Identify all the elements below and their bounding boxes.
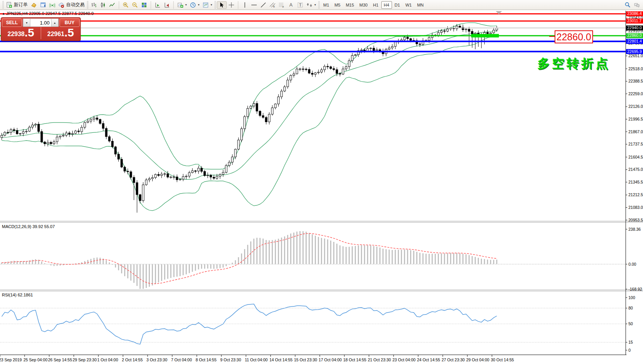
- new-order-button[interactable]: 新订单: [5, 1, 29, 9]
- price-annotation-dash: [549, 36, 555, 37]
- candle-bullish: [10, 130, 12, 132]
- price-badge-label: 22940.0: [627, 25, 642, 30]
- trading-terminal-window: { "toolbar": { "new_order_label": "新订单",…: [0, 0, 643, 364]
- candle-bullish: [216, 176, 218, 178]
- volume-increase-button[interactable]: ▲: [51, 19, 58, 26]
- buy-price[interactable]: 22961 .5: [41, 27, 81, 39]
- bar-chart-button[interactable]: [89, 1, 98, 9]
- toolbar-grip: [214, 1, 216, 9]
- price-tick-label: 22388.5: [628, 79, 643, 83]
- candle-bearish: [111, 141, 113, 147]
- equidistant-channel-icon: E: [269, 2, 276, 8]
- equidistant-channel-tool-button[interactable]: E: [268, 1, 277, 9]
- vertical-line-tool-button[interactable]: [240, 1, 249, 9]
- signal-button[interactable]: [48, 1, 57, 9]
- zoom-in-icon: [123, 2, 129, 8]
- horizontal-line-tool-button[interactable]: [249, 1, 259, 9]
- crosshair-tool-button[interactable]: [227, 1, 236, 9]
- trendline-tool-button[interactable]: [259, 1, 268, 9]
- candle-bearish: [68, 133, 70, 134]
- timeframe-button-w1[interactable]: W1: [403, 1, 415, 9]
- periods-button[interactable]: ▾: [188, 1, 201, 9]
- candle-bearish: [121, 159, 123, 167]
- candle-bearish: [78, 131, 80, 132]
- candle-bullish: [456, 26, 458, 29]
- cursor-tool-button[interactable]: [217, 1, 227, 9]
- rsi-indicator-label: RSI(14) 62.1861: [2, 293, 33, 297]
- date-label: 30 Oct 14:55: [491, 357, 514, 362]
- volume-decrease-button[interactable]: ▼: [23, 19, 30, 26]
- candle-bullish: [354, 55, 356, 55]
- auto-scroll-button[interactable]: [153, 1, 162, 9]
- sell-button[interactable]: SELL: [2, 18, 22, 27]
- trendline-icon: [260, 2, 266, 8]
- candle-bearish: [44, 142, 46, 144]
- ohlc-readout: 22905.0 22947.5 22877.5 22940.0: [29, 11, 93, 16]
- dropdown-caret-icon: ▾: [314, 3, 316, 7]
- timeframe-button-h1[interactable]: H1: [370, 1, 381, 9]
- buy-button[interactable]: BUY: [60, 18, 80, 27]
- candle-bullish: [465, 29, 467, 30]
- timeframe-button-h4[interactable]: H4: [381, 1, 392, 9]
- chat-button[interactable]: [632, 1, 641, 9]
- symbol-period: JPN225,H4: [6, 11, 28, 16]
- market-watch-button[interactable]: [29, 1, 38, 9]
- text-tool-button[interactable]: A: [286, 1, 296, 9]
- autotrading-button[interactable]: 自动交易: [57, 1, 86, 9]
- buy-price-main: 22961: [47, 31, 65, 37]
- candle-chart-button[interactable]: [98, 1, 108, 9]
- candle-bullish: [170, 177, 172, 178]
- date-label: 29 Oct 04:00: [466, 357, 489, 362]
- data-window-button[interactable]: [38, 1, 48, 9]
- candle-bearish: [176, 177, 178, 180]
- date-label: 1 Oct 04:00: [97, 357, 118, 362]
- toolbar-grip: [318, 1, 320, 9]
- dropdown-caret-icon: ▾: [211, 3, 212, 7]
- candle-bullish: [35, 124, 37, 125]
- candle-bearish: [339, 73, 341, 74]
- svg-text:T: T: [299, 3, 302, 7]
- candle-bullish: [93, 118, 95, 119]
- dropdown-caret-icon: ▾: [198, 3, 199, 7]
- search-button[interactable]: [623, 1, 632, 9]
- candle-bearish: [50, 142, 52, 144]
- candle-bullish: [314, 73, 316, 74]
- text-label-tool-button[interactable]: T: [296, 1, 305, 9]
- fibonacci-tool-button[interactable]: F: [277, 1, 286, 9]
- candle-bearish: [108, 137, 110, 141]
- zoom-in-button[interactable]: [121, 1, 130, 9]
- dropdown-caret-icon: ▾: [185, 3, 187, 7]
- date-label: 2 Oct 14:55: [122, 357, 143, 362]
- arrows-tool-button[interactable]: ▾: [305, 1, 317, 9]
- timeframe-button-m5[interactable]: M5: [332, 1, 343, 9]
- templates-button[interactable]: ▾: [201, 1, 214, 9]
- candle-bullish: [53, 142, 55, 144]
- chart-shift-icon: [164, 2, 170, 8]
- price-tick-label: 21475.0: [628, 167, 643, 172]
- line-chart-icon: [109, 2, 115, 8]
- timeframe-button-m15[interactable]: M15: [343, 1, 357, 9]
- price-badge-label: 23086.4: [627, 11, 642, 16]
- price-annotation-label[interactable]: 22860.0: [555, 30, 593, 43]
- add-indicator-button[interactable]: ▾: [176, 1, 188, 9]
- candle-bearish: [204, 171, 206, 175]
- line-chart-button[interactable]: [108, 1, 117, 9]
- candle-bearish: [336, 69, 338, 73]
- timeframe-button-mn[interactable]: MN: [414, 1, 426, 9]
- chat-icon: [634, 2, 640, 8]
- price-tick-label: 21083.0: [628, 205, 643, 210]
- timeframe-button-m1[interactable]: M1: [321, 1, 332, 9]
- candle-bearish: [459, 26, 461, 27]
- rsi-tick-label: 80: [628, 306, 633, 310]
- volume-input[interactable]: [30, 19, 51, 26]
- tile-windows-button[interactable]: [140, 1, 149, 9]
- date-label: 11 Oct 04:00: [245, 357, 268, 362]
- timeframe-button-d1[interactable]: D1: [392, 1, 403, 9]
- sell-price[interactable]: 22938 .5: [1, 27, 41, 39]
- timeframe-button-m30[interactable]: M30: [357, 1, 370, 9]
- chart-shift-button[interactable]: [162, 1, 171, 9]
- price-badge-label: 22801.4: [627, 39, 642, 43]
- zoom-out-button[interactable]: [130, 1, 140, 9]
- signal-icon: [49, 2, 55, 8]
- candle-bullish: [188, 173, 190, 176]
